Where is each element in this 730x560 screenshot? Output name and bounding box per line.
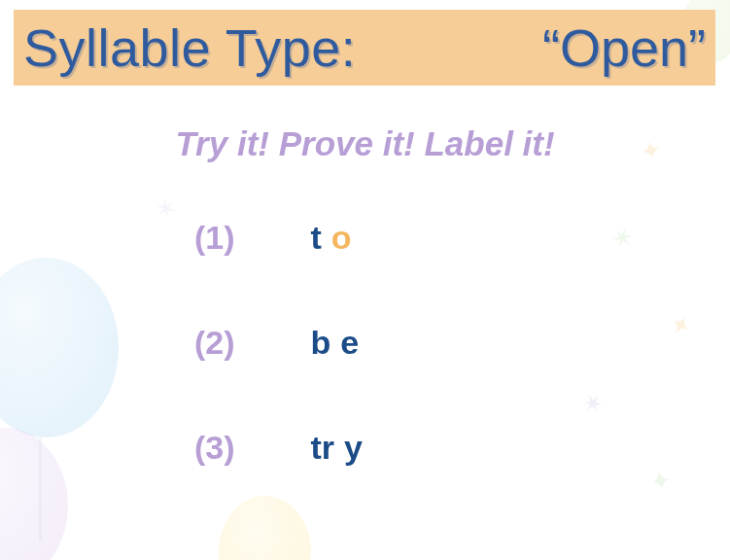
title-right: “Open”: [542, 18, 706, 78]
consonant-text: t: [310, 219, 321, 256]
confetti-icon: ✦: [664, 308, 698, 345]
example-row-2: (2) be: [194, 324, 359, 362]
example-row-1: (1) to: [194, 219, 352, 257]
row-number: (2): [194, 324, 301, 362]
title-left: Syllable Type:: [23, 18, 356, 78]
consonant-text: tr: [310, 429, 334, 466]
subtitle: Try it! Prove it! Label it!: [0, 124, 730, 163]
vowel-text: o: [331, 219, 352, 256]
row-number: (1): [194, 219, 301, 257]
balloon-icon: [0, 428, 68, 560]
row-number: (3): [194, 429, 301, 467]
vowel-text: e: [340, 324, 359, 361]
confetti-icon: ✶: [576, 386, 608, 422]
confetti-icon: ✶: [153, 192, 180, 227]
balloon-icon: [0, 258, 119, 438]
example-row-3: (3) try: [194, 429, 363, 467]
confetti-icon: ✦: [647, 465, 675, 499]
confetti-icon: ✶: [608, 221, 638, 256]
consonant-text: b: [310, 324, 330, 361]
vowel-text: y: [344, 429, 363, 466]
balloon-icon: [219, 496, 311, 560]
title-bar: Syllable Type: “Open”: [14, 10, 715, 86]
